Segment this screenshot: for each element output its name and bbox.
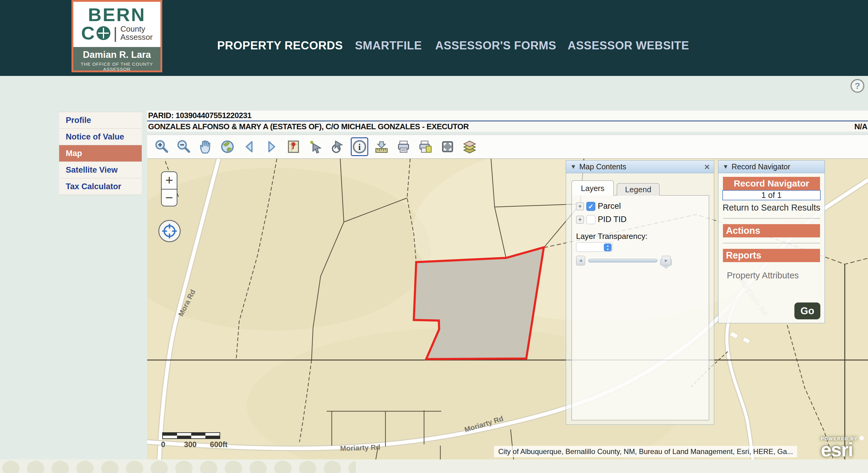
scale-bar-track	[162, 432, 220, 439]
slider-track[interactable]	[588, 259, 657, 262]
layer-row-pid-tid: + PID TID	[576, 215, 627, 224]
locate-button[interactable]	[158, 220, 181, 242]
nav-smartfile[interactable]: SMARTFILE	[355, 39, 422, 52]
parid-line: PARID: 103904407551220231	[147, 110, 868, 121]
sidebar-item-satellite-view[interactable]: Satellite View	[59, 162, 142, 178]
map-scale-bar: 0 300 600ft	[162, 432, 220, 448]
assessor-map-page: BERN C | County Assessor Damian R. Lara …	[0, 0, 868, 473]
collapse-caret-icon[interactable]: ▼	[570, 163, 576, 170]
map-viewport[interactable]: Mora Rd Moriarty Rd Moriarty Rd Old Chil…	[147, 159, 868, 460]
logo-bern-text: BERN	[73, 6, 160, 24]
full-extent-tool-icon[interactable]	[219, 137, 236, 156]
crosshair-icon	[160, 222, 179, 240]
assessor-office-title: THE OFFICE OF THE COUNTY ASSESSOR	[73, 62, 160, 72]
pid-tid-checkbox[interactable]	[586, 215, 595, 224]
sidebar-item-tax-calculator[interactable]: Tax Calculator	[59, 178, 142, 195]
transparency-label: Layer Transparency:	[576, 232, 648, 241]
close-icon[interactable]: ×	[704, 162, 710, 171]
transparency-select[interactable]: ▴▾	[576, 242, 613, 252]
esri-wordmark: esri	[820, 441, 864, 458]
owner-right-value: N/A	[855, 122, 867, 132]
zoom-out-tool-icon[interactable]	[175, 137, 192, 156]
assessor-name: Damian R. Lara	[73, 49, 160, 60]
measure-tool-icon[interactable]	[373, 137, 390, 156]
print-tool-icon[interactable]	[395, 137, 412, 156]
scale-label-600ft: 600ft	[210, 440, 227, 449]
sidebar-item-profile[interactable]: Profile	[59, 112, 142, 129]
map-toolbar: i	[147, 135, 868, 159]
logo-divider: |	[114, 24, 118, 42]
map-contents-title: Map Contents	[579, 162, 626, 171]
print-legend-tool-icon[interactable]	[417, 137, 434, 156]
footer-strip	[0, 460, 868, 473]
sidebar-item-map[interactable]: Map	[59, 145, 142, 162]
record-position-field[interactable]: 1 of 1	[722, 190, 820, 200]
bernco-logo[interactable]: BERN C | County Assessor Damian R. Lara …	[71, 0, 162, 72]
owner-line: GONZALES ALFONSO & MARY A (ESTATES OF), …	[147, 122, 868, 132]
sidebar: Profile Notice of Value Map Satellite Vi…	[59, 112, 142, 195]
record-navigator-bar: Record Navigator	[723, 177, 820, 190]
scale-label-0: 0	[161, 440, 165, 449]
tab-layers[interactable]: Layers	[571, 180, 614, 196]
previous-extent-tool-icon[interactable]	[241, 137, 258, 156]
zoom-in-tool-icon[interactable]	[153, 137, 170, 156]
divider	[723, 243, 820, 243]
reports-section-bar[interactable]: Reports	[723, 249, 820, 262]
layer-label-pid-tid: PID TID	[598, 215, 627, 224]
map-zoom-in-button[interactable]: +	[162, 172, 177, 189]
info-tool-icon[interactable]: i	[351, 137, 368, 156]
nav-assessor-website[interactable]: ASSESSOR WEBSITE	[568, 39, 689, 52]
logo-tag-assessor: Assessor	[120, 33, 153, 41]
overview-map-tool-icon[interactable]	[285, 137, 302, 156]
logo-tag-county: County	[120, 25, 153, 33]
nav-property-records[interactable]: PROPERTY RECORDS	[217, 39, 343, 52]
slider-left-arrow[interactable]: ◄	[576, 256, 585, 265]
stepper-icon[interactable]: ▴▾	[604, 243, 612, 251]
slider-right-arrow[interactable]: ►	[662, 256, 671, 265]
layers-tab-content: + ✓ Parcel + PID TID Layer Transparency:…	[571, 195, 709, 420]
scale-label-300: 300	[184, 440, 197, 449]
actions-section-bar[interactable]: Actions	[723, 224, 820, 237]
map-zoom-control: + −	[161, 171, 177, 206]
pan-tool-icon[interactable]	[197, 137, 214, 156]
divider	[723, 218, 820, 219]
logo-co-text: C	[81, 24, 95, 42]
transparency-slider: ◄ ►	[576, 256, 663, 265]
owner-name: GONZALES ALFONSO & MARY A (ESTATES OF), …	[148, 122, 469, 131]
logo-lower: Damian R. Lara THE OFFICE OF THE COUNTY …	[73, 47, 160, 70]
expand-icon[interactable]: +	[576, 202, 584, 210]
record-navigator-panel: ▼ Record Navigator Record Navigator 1 of…	[718, 160, 825, 323]
parcel-checkbox[interactable]: ✓	[586, 202, 595, 211]
map-zoom-out-button[interactable]: −	[162, 189, 177, 206]
go-button[interactable]: Go	[795, 302, 820, 319]
return-to-search-results-link[interactable]: Return to Search Results	[718, 203, 825, 213]
zia-symbol-icon	[96, 26, 111, 40]
next-extent-tool-icon[interactable]	[263, 137, 280, 156]
identify-tool-icon[interactable]	[329, 137, 346, 156]
select-tool-icon[interactable]	[307, 137, 324, 156]
sidebar-item-notice-of-value[interactable]: Notice of Value	[59, 129, 142, 145]
selected-parcel[interactable]	[414, 247, 544, 359]
expand-icon[interactable]: +	[576, 216, 584, 224]
esri-logo: POWERED BY esri	[820, 436, 864, 458]
property-attributes-link[interactable]: Property Attributes	[727, 271, 825, 280]
map-attribution: City of Albuquerque, Bernalillo County, …	[494, 446, 797, 457]
tab-legend[interactable]: Legend	[617, 183, 660, 196]
layers-tool-icon[interactable]	[461, 137, 478, 156]
map-contents-panel: ▼ Map Contents × Layers Legend + ✓ Parce…	[566, 160, 714, 425]
map-contents-header[interactable]: ▼ Map Contents ×	[566, 161, 714, 173]
collapse-caret-icon[interactable]: ▼	[723, 163, 728, 170]
layer-label-parcel: Parcel	[598, 202, 621, 211]
esri-dot-icon	[860, 436, 864, 440]
record-navigator-title: Record Navigator	[732, 162, 790, 171]
full-screen-tool-icon[interactable]	[439, 137, 456, 156]
header-bar: BERN C | County Assessor Damian R. Lara …	[0, 0, 868, 76]
logo-upper: BERN C | County Assessor	[73, 2, 160, 47]
svg-text:i: i	[358, 142, 361, 152]
record-navigator-header[interactable]: ▼ Record Navigator	[718, 161, 825, 173]
road-label-moriarty-1: Moriarty Rd	[340, 443, 380, 452]
nav-assessors-forms[interactable]: ASSESSOR'S FORMS	[435, 39, 556, 52]
help-icon[interactable]: ?	[850, 79, 864, 93]
layer-row-parcel: + ✓ Parcel	[576, 202, 621, 211]
halftone-pattern	[0, 460, 356, 473]
